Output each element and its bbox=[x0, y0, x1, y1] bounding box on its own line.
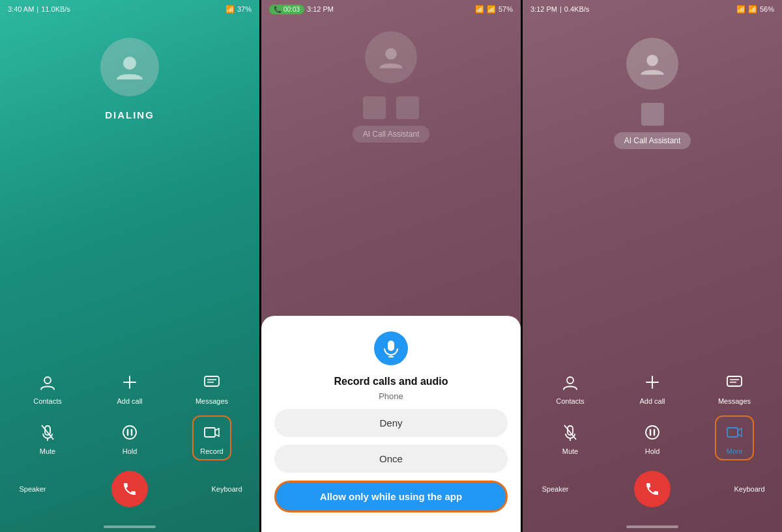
allow-btn[interactable]: Allow only while using the app bbox=[274, 481, 508, 512]
hold-icon-3 bbox=[641, 421, 664, 444]
svg-line-8 bbox=[42, 425, 53, 440]
messages-btn-3[interactable]: Messages bbox=[715, 371, 754, 405]
screen-2: 📞 00:03 3:12 PM 📶 📶 57% AI Call Assistan… bbox=[261, 0, 521, 532]
hold-btn-1[interactable]: Hold bbox=[110, 421, 149, 455]
screen-3: 3:12 PM | 0.4KB/s 📶 📶 56% AI Call Assist… bbox=[523, 0, 782, 532]
hold-icon-1 bbox=[118, 421, 141, 444]
add-call-icon-1 bbox=[118, 371, 141, 394]
ai-box-3 bbox=[641, 103, 664, 126]
ai-assistant-btn-3[interactable]: AI Call Assistant bbox=[614, 132, 691, 149]
mute-icon-1 bbox=[36, 421, 59, 444]
speaker-label-1[interactable]: Speaker bbox=[13, 485, 52, 493]
more-btn-3[interactable]: More bbox=[715, 415, 754, 460]
mute-btn-1[interactable]: Mute bbox=[28, 421, 67, 455]
time-3: 3:12 PM bbox=[530, 5, 557, 13]
svg-point-0 bbox=[123, 57, 136, 70]
home-indicator-1 bbox=[104, 525, 156, 528]
status-bar-1: 3:40 AM | 11.0KB/s 📶 37% bbox=[0, 0, 259, 18]
more-icon-3 bbox=[723, 421, 746, 444]
end-call-row-3: Speaker Keyboard bbox=[529, 471, 775, 507]
add-call-btn-3[interactable]: Add call bbox=[633, 371, 672, 405]
time-1: 3:40 AM bbox=[8, 5, 34, 13]
add-call-btn-1[interactable]: Add call bbox=[110, 371, 149, 405]
avatar-section-1: DIALING bbox=[0, 18, 259, 371]
signal-icon-1: 📶 bbox=[225, 5, 235, 14]
contacts-btn-3[interactable]: Contacts bbox=[551, 371, 590, 405]
svg-point-29 bbox=[646, 426, 659, 439]
permission-overlay: Record calls and audio Phone Deny Once A… bbox=[261, 0, 521, 532]
home-indicator-3 bbox=[626, 525, 678, 528]
add-call-icon-3 bbox=[641, 371, 664, 394]
contacts-btn-1[interactable]: Contacts bbox=[28, 371, 67, 405]
screen-1: 3:40 AM | 11.0KB/s 📶 37% DIALING bbox=[0, 0, 259, 532]
status-left-3: 3:12 PM | 0.4KB/s bbox=[530, 5, 589, 13]
wifi-icon-3: 📶 bbox=[748, 5, 757, 14]
record-icon-1 bbox=[200, 421, 224, 444]
controls-row1-3: Contacts Add call bbox=[529, 371, 775, 405]
contacts-icon-3 bbox=[558, 371, 582, 394]
bottom-controls-1: Contacts Add call bbox=[0, 371, 259, 520]
messages-btn-1[interactable]: Messages bbox=[192, 371, 231, 405]
battery-3: 56% bbox=[760, 5, 774, 13]
svg-point-20 bbox=[567, 377, 573, 384]
messages-icon-1 bbox=[200, 371, 224, 394]
sep-3: | bbox=[560, 5, 562, 13]
hold-btn-3[interactable]: Hold bbox=[633, 421, 672, 455]
avatar-3 bbox=[626, 38, 678, 90]
signal-icon-3: 📶 bbox=[736, 5, 746, 14]
svg-line-27 bbox=[564, 425, 576, 440]
keyboard-label-1[interactable]: Keyboard bbox=[207, 485, 246, 493]
svg-point-1 bbox=[44, 377, 51, 384]
mute-btn-3[interactable]: Mute bbox=[551, 421, 590, 455]
permission-dialog: Record calls and audio Phone Deny Once A… bbox=[261, 316, 521, 532]
call-status-1: DIALING bbox=[105, 109, 154, 120]
once-btn[interactable]: Once bbox=[274, 445, 508, 473]
perm-title: Record calls and audio bbox=[334, 376, 448, 387]
svg-point-19 bbox=[646, 55, 658, 66]
record-btn-1[interactable]: Record bbox=[192, 415, 231, 460]
speaker-label-3[interactable]: Speaker bbox=[536, 485, 575, 493]
status-right-1: 📶 37% bbox=[225, 5, 252, 14]
network-1: 11.0KB/s bbox=[41, 5, 70, 13]
svg-rect-23 bbox=[727, 376, 742, 386]
network-speed-1: | bbox=[36, 5, 38, 13]
network-3: 0.4KB/s bbox=[564, 5, 590, 13]
svg-point-10 bbox=[123, 426, 136, 439]
svg-rect-13 bbox=[205, 428, 215, 437]
battery-1: 37% bbox=[237, 5, 252, 13]
bottom-controls-3: Contacts Add call bbox=[523, 371, 782, 520]
controls-row2-1: Mute Hold R bbox=[7, 415, 253, 460]
status-left-1: 3:40 AM | 11.0KB/s bbox=[8, 5, 70, 13]
end-call-btn-1[interactable] bbox=[111, 471, 148, 507]
controls-row2-3: Mute Hold M bbox=[529, 415, 775, 460]
controls-row1-1: Contacts Add call bbox=[7, 371, 253, 405]
status-right-3: 📶 📶 56% bbox=[736, 5, 774, 14]
svg-rect-16 bbox=[388, 341, 394, 351]
avatar-1 bbox=[100, 38, 159, 96]
end-call-row-1: Speaker Keyboard bbox=[7, 471, 253, 507]
perm-subtitle: Phone bbox=[379, 391, 403, 401]
mic-icon bbox=[374, 331, 408, 365]
status-bar-3: 3:12 PM | 0.4KB/s 📶 📶 56% bbox=[523, 0, 782, 18]
contacts-icon-1 bbox=[36, 371, 59, 394]
end-call-btn-3[interactable] bbox=[634, 471, 671, 507]
avatar-section-3: AI Call Assistant bbox=[523, 18, 782, 371]
ai-boxes-3 bbox=[641, 103, 664, 126]
svg-marker-33 bbox=[738, 428, 742, 436]
svg-rect-32 bbox=[727, 428, 738, 437]
deny-btn[interactable]: Deny bbox=[274, 409, 508, 437]
mute-icon-3 bbox=[558, 421, 582, 444]
svg-rect-4 bbox=[205, 376, 219, 386]
messages-icon-3 bbox=[723, 371, 746, 394]
keyboard-label-3[interactable]: Keyboard bbox=[730, 485, 769, 493]
